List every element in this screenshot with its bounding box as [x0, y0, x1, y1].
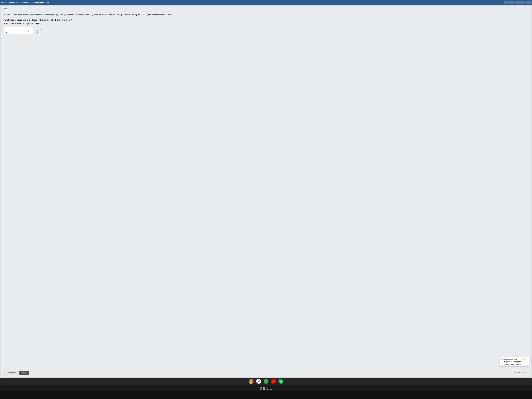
copyright-text: © 2020 McGraw-Hill E — [513, 372, 528, 374]
dropdown-arrow[interactable]: ▼ — [4, 8, 7, 11]
browser-header: Solving for a reactant using a chemical … — [0, 0, 532, 5]
app-title: Solving for a reactant using a chemical … — [7, 1, 49, 3]
sci-actions: × ↺ ? — [36, 32, 59, 34]
win-btn-5[interactable] — [526, 1, 531, 4]
taskbar: M ≡ ▶ ▶ — [0, 378, 532, 385]
sci-notation-box: ×10□ × ↺ ? — [35, 27, 61, 35]
superscript: □ — [41, 28, 42, 30]
main-content: ▼ Wine goes bad soon after opening becau… — [0, 5, 532, 378]
problem-text: Wine goes bad soon after opening because… — [4, 13, 528, 17]
toast-time: · 41m — [523, 359, 527, 360]
explanation-button[interactable]: Explanation — [4, 371, 18, 375]
sci-notation-label: ×10□ — [39, 28, 42, 31]
toast-source: Chrome OS System — [504, 359, 518, 360]
settings-icon: ⚙ — [502, 359, 504, 360]
notification-toast: ⚙ Chrome OS System · 41m Sign-in has cha… — [500, 357, 529, 366]
dropdown-row: ▼ — [4, 8, 528, 11]
hamburger-menu[interactable] — [1, 2, 4, 3]
toast-header: ⚙ Chrome OS System · 41m — [502, 359, 527, 360]
taskbar-gmail-icon[interactable]: M — [256, 379, 261, 384]
taskbar-youtube-icon[interactable]: ▶ — [271, 379, 276, 384]
sci-checkbox[interactable] — [36, 29, 38, 31]
win-btn-3[interactable] — [515, 1, 519, 4]
win-btn-4[interactable] — [520, 1, 525, 4]
dell-brand: DELL — [0, 385, 532, 391]
sci-top-row: ×10□ — [36, 28, 59, 31]
win-btn-2[interactable] — [509, 1, 514, 4]
round-text: Round your answer to 2 significant digit… — [4, 22, 528, 25]
answer-area: [ g ×10□ × ↺ ? — [4, 27, 528, 35]
taskbar-files-icon[interactable]: ≡ — [264, 379, 268, 384]
app-logo — [5, 2, 6, 3]
answer-input[interactable] — [7, 30, 27, 32]
footer-buttons: Explanation Check — [4, 371, 29, 375]
question-text: What mass of acetic acid is produced by … — [4, 19, 528, 21]
window-controls — [504, 1, 531, 4]
bezel-bottom — [0, 391, 532, 399]
answer-input-container: [ g — [4, 27, 33, 34]
win-btn-1[interactable] — [504, 1, 508, 4]
unit-label: g — [28, 30, 29, 32]
taskbar-chrome-icon[interactable] — [249, 379, 253, 384]
toast-title: Sign-in has changed — [502, 361, 527, 363]
sci-undo-btn[interactable]: ↺ — [40, 32, 42, 34]
toast-body: Account update required — [502, 363, 527, 365]
sci-help-btn[interactable]: ? — [44, 32, 45, 34]
taskbar-play-icon[interactable]: ▶ — [279, 379, 283, 384]
sci-close-btn[interactable]: × — [37, 32, 38, 34]
bracket-symbol: [ — [6, 29, 7, 32]
footer-area: Explanation Check © 2020 McGraw-Hill E — [4, 370, 528, 375]
check-button[interactable]: Check — [19, 371, 29, 375]
content-panel: ▼ Wine goes bad soon after opening becau… — [1, 6, 531, 377]
